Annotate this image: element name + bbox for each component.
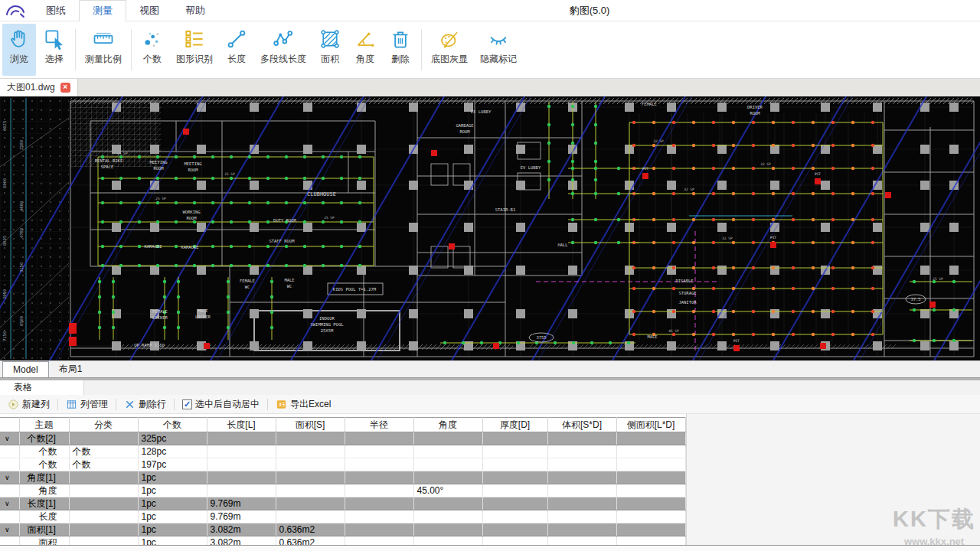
toolbar-separator (116, 399, 116, 410)
cell-count: 197pc (138, 458, 207, 471)
close-icon[interactable]: × (60, 83, 70, 93)
table-row[interactable]: 角度1pc45.00° (0, 484, 685, 497)
cell-category (69, 432, 138, 445)
app-logo-icon (5, 2, 25, 19)
cell-category (69, 510, 138, 523)
column-header-area[interactable]: 面积[S] (276, 418, 345, 432)
cell-area (276, 484, 345, 497)
menu-tab-measure[interactable]: 测量 (79, 0, 126, 21)
table-panel-bar: 表格 (0, 380, 980, 395)
column-header-side_area[interactable]: 侧面积[L*D] (616, 418, 685, 432)
ribbon-button-hide-marks[interactable]: 隐藏标记 (475, 24, 522, 76)
cell-volume (547, 510, 616, 523)
cell-radius (345, 484, 413, 497)
collapse-chevron-icon[interactable]: ∨ (0, 497, 19, 510)
column-header-length[interactable]: 长度[L] (207, 418, 276, 432)
cell-thickness (482, 432, 547, 445)
table-row[interactable]: ∨个数[2]325pc (0, 432, 685, 445)
svg-text:25 SP: 25 SP (224, 172, 235, 176)
menu-tab-bar: 图纸测量视图帮助 (33, 0, 218, 21)
table-row[interactable]: 个数个数128pc (0, 445, 685, 458)
toolbar-item-column-manager[interactable]: 列管理 (66, 398, 108, 411)
cell-side_area (616, 510, 685, 523)
table-row[interactable]: 长度1pc9.769m (0, 510, 685, 523)
ribbon-button-polyline-length[interactable]: 多段线长度 (255, 24, 312, 76)
cell-category (69, 484, 138, 497)
column-header-volume[interactable]: 体积[S*D] (547, 418, 616, 432)
ribbon-button-length[interactable]: 长度 (220, 24, 253, 76)
menu-tab-drawings[interactable]: 图纸 (33, 0, 79, 21)
menu-tab-help[interactable]: 帮助 (172, 0, 218, 21)
svg-text:ROOM: ROOM (153, 166, 164, 171)
collapse-chevron-icon[interactable]: ∨ (0, 432, 19, 445)
cell-angle (413, 471, 482, 484)
sheet-tab-model[interactable]: Model (2, 361, 49, 377)
svg-text:37.5: 37.5 (910, 297, 920, 302)
cell-category: 个数 (69, 445, 138, 458)
app-window: 图纸测量视图帮助 豹图(5.0) 浏览选择测量比例个数图形识别长度多段线长度面积… (0, 0, 980, 551)
cell-length (207, 458, 276, 471)
svg-text:ROOM: ROOM (459, 129, 470, 134)
column-header-radius[interactable]: 半径 (345, 418, 413, 432)
toolbar-item-label: 导出Excel (290, 398, 331, 411)
cell-angle (413, 445, 482, 458)
cell-thickness (482, 497, 547, 510)
ribbon-button-delete[interactable]: 删除 (384, 24, 417, 76)
column-header-thickness[interactable]: 厚度[D] (482, 418, 547, 432)
ribbon-button-browse[interactable]: 浏览 (2, 24, 36, 76)
table-row[interactable]: ∨长度[1]1pc9.769m (0, 497, 685, 510)
svg-text:CLUBHOUSE: CLUBHOUSE (307, 191, 336, 197)
svg-text:RENTAL BIKE: RENTAL BIKE (95, 158, 122, 163)
ribbon-button-select[interactable]: 选择 (38, 24, 71, 76)
ribbon-button-dim-base-map[interactable]: 底图灰显 (426, 24, 473, 76)
svg-text:4880: 4880 (19, 201, 24, 211)
ribbon-button-measure-scale[interactable]: 测量比例 (80, 24, 127, 76)
table-row[interactable]: ∨面积[1]1pc3.082m0.636m2 (0, 523, 685, 536)
column-header-subject[interactable]: 主题 (19, 418, 69, 432)
toolbar-separator (75, 29, 76, 70)
column-header-angle[interactable]: 角度 (413, 418, 482, 432)
auto-center-selected-checkbox[interactable]: ✓ (182, 399, 192, 409)
cell-radius (345, 523, 413, 536)
ribbon-button-label: 测量比例 (85, 53, 122, 66)
svg-text:PIT: PIT (642, 167, 648, 171)
cell-count: 1pc (138, 484, 207, 497)
svg-text:GARBAGE: GARBAGE (456, 123, 473, 128)
ribbon-button-angle[interactable]: 角度 (348, 24, 382, 76)
svg-text:LOCKER: LOCKER (195, 315, 211, 319)
ribbon-button-area[interactable]: 面积 (313, 24, 347, 76)
svg-text:INDOOR: INDOOR (319, 316, 335, 321)
column-header-count[interactable]: 个数 (138, 418, 207, 432)
toolbar-item-delete-row[interactable]: 删除行 (124, 398, 166, 411)
collapse-chevron-icon[interactable]: ∨ (0, 471, 19, 484)
table-panel-tab[interactable]: 表格 (0, 380, 84, 395)
toolbar-item-label: 删除行 (139, 398, 166, 411)
cell-side_area (616, 445, 685, 458)
table-row[interactable]: ∨角度[1]1pc (0, 471, 685, 484)
cell-thickness (482, 484, 547, 497)
ribbon-button-count[interactable]: 个数 (136, 24, 169, 76)
palette-icon (438, 28, 461, 51)
menu-tab-view[interactable]: 视图 (126, 0, 172, 21)
cell-subject: 角度[1] (19, 471, 69, 484)
ribbon-button-label: 个数 (143, 53, 162, 66)
row-indent (0, 458, 19, 471)
cell-length (207, 484, 276, 497)
column-header-category[interactable]: 分类 (69, 418, 138, 432)
cell-side_area (616, 432, 685, 445)
svg-text:DISABLE: DISABLE (675, 279, 693, 283)
window-title: 豹图(5.0) (570, 0, 610, 21)
collapse-chevron-icon[interactable]: ∨ (0, 523, 19, 536)
ribbon-button-shape-recognition[interactable]: 图形识别 (171, 24, 218, 76)
sheet-tab-layout1[interactable]: 布局1 (49, 361, 93, 377)
toolbar-item-auto-center-selected[interactable]: ✓选中后自动居中 (182, 398, 260, 411)
svg-text:MEETING: MEETING (184, 161, 201, 166)
document-tab[interactable]: 大图01.dwg × (0, 79, 78, 96)
toolbar-item-export-excel[interactable]: 导出Excel (276, 398, 331, 411)
svg-text:KARAOKE: KARAOKE (181, 245, 198, 249)
drawing-canvas[interactable]: MEETINGROOMMEETINGROOMRENTAL BIKESPACECL… (0, 96, 980, 360)
cell-count: 128pc (138, 445, 207, 458)
toolbar-item-new-column[interactable]: 新建列 (8, 398, 50, 411)
table-row[interactable]: 个数个数197pc (0, 458, 685, 471)
cell-subject: 角度 (19, 484, 69, 497)
